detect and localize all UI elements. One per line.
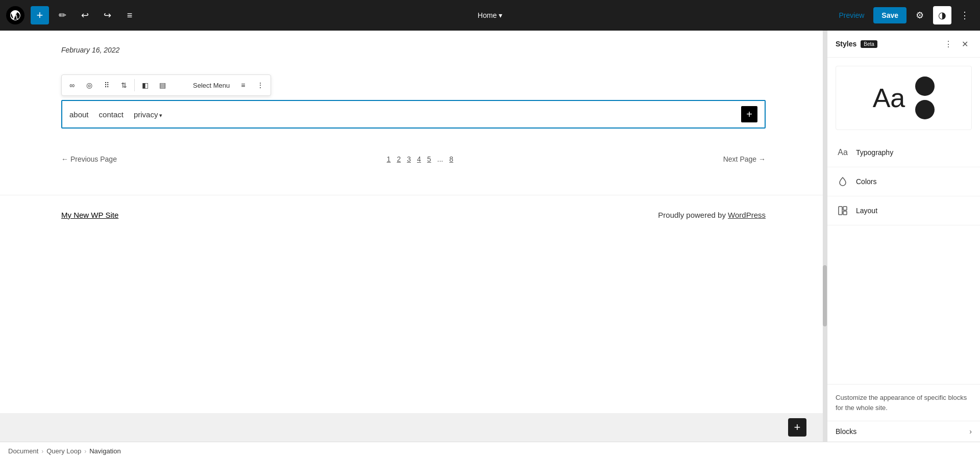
block-info-button[interactable]: ◎	[81, 77, 97, 93]
move-up-down-button[interactable]: ⇅	[116, 77, 132, 93]
post-date: February 16, 2022	[61, 46, 119, 54]
page-num-4[interactable]: 4	[415, 154, 423, 164]
layout-icon	[836, 203, 850, 218]
layout-option[interactable]: Layout	[827, 196, 980, 225]
chevron-right-icon: ›	[969, 427, 972, 436]
drag-handle[interactable]: ⠿	[99, 77, 115, 93]
top-toolbar: + ✏ ↩ ↪ ≡ Home ▾ Preview Save ⚙ ◑ ⋮	[0, 0, 980, 31]
wp-logo	[6, 6, 24, 24]
add-block-bottom-button[interactable]: +	[788, 418, 806, 437]
typography-label: Typography	[856, 148, 893, 157]
nav-links-list: about contact privacy	[69, 110, 163, 119]
breadcrumb-navigation: Navigation	[89, 447, 120, 455]
color-circle-2	[915, 100, 935, 119]
panel-description: Customize the appearance of specific blo…	[827, 384, 980, 421]
panel-header-actions: ⋮ ✕	[941, 37, 972, 51]
chevron-down-icon: ▾	[499, 11, 502, 19]
add-block-bottom: +	[0, 413, 827, 442]
toolbar-divider	[134, 79, 135, 91]
panel-title: Styles	[836, 40, 856, 48]
blocks-row[interactable]: Blocks ›	[827, 421, 980, 442]
canvas-scroll[interactable]: February 16, 2022 ∞ ◎ ⠿ ⇅ ◧ ▤ about	[0, 31, 827, 442]
canvas-area: February 16, 2022 ∞ ◎ ⠿ ⇅ ◧ ▤ about	[0, 31, 827, 442]
color-circle-1	[915, 76, 935, 96]
more-options-button[interactable]: ⋮	[955, 6, 974, 24]
nav-link-about[interactable]: about	[69, 110, 89, 119]
bottom-bar: Document › Query Loop › Navigation	[0, 442, 980, 460]
preview-button[interactable]: Preview	[834, 8, 870, 22]
save-button[interactable]: Save	[873, 7, 906, 23]
justify-center-button[interactable]: ▤	[154, 77, 170, 93]
svg-rect-1	[843, 207, 847, 210]
add-nav-item-button[interactable]: +	[741, 106, 757, 122]
panel-more-options[interactable]: ⋮	[941, 37, 955, 51]
layout-label: Layout	[856, 207, 877, 215]
page-numbers: 1 2 3 4 5 ... 8	[385, 154, 455, 164]
page-ellipsis: ...	[435, 154, 446, 164]
page-num-3[interactable]: 3	[405, 154, 413, 164]
scrollbar-thumb[interactable]	[823, 265, 827, 326]
nav-link-privacy[interactable]: privacy	[134, 110, 163, 119]
page-num-1[interactable]: 1	[385, 154, 393, 164]
page-num-2[interactable]: 2	[395, 154, 403, 164]
layout-grid-icon	[838, 206, 848, 216]
page-content: February 16, 2022 ∞ ◎ ⠿ ⇅ ◧ ▤ about	[0, 31, 827, 413]
next-page-link[interactable]: Next Page →	[723, 155, 766, 163]
nav-block-area: ∞ ◎ ⠿ ⇅ ◧ ▤ about Select Menu ≡ ⋮	[0, 64, 827, 139]
wp-logo-icon	[10, 10, 21, 21]
toolbar-center: Home ▾	[473, 8, 507, 22]
colors-label: Colors	[856, 177, 876, 186]
text-align-button[interactable]: ≡	[235, 77, 251, 93]
wordpress-link[interactable]: WordPress	[728, 211, 766, 219]
colors-icon	[836, 174, 850, 189]
styles-panel: Styles Beta ⋮ ✕ Aa Aa Typography	[827, 31, 980, 442]
block-more-options[interactable]: ⋮	[252, 77, 268, 93]
previous-page-link[interactable]: ← Previous Page	[61, 155, 117, 163]
add-block-button[interactable]: +	[31, 6, 49, 24]
page-num-8[interactable]: 8	[447, 154, 455, 164]
toolbar-right: Preview Save ⚙ ◑ ⋮	[834, 6, 974, 24]
canvas-scrollbar[interactable]	[823, 31, 827, 442]
svg-rect-2	[843, 211, 847, 215]
select-menu-button[interactable]: about	[172, 77, 188, 93]
drop-icon	[838, 176, 848, 187]
select-menu-dropdown[interactable]: Select Menu	[189, 80, 234, 91]
beta-badge: Beta	[861, 40, 877, 48]
typography-icon: Aa	[836, 145, 850, 160]
site-footer: My New WP Site Proudly powered by WordPr…	[0, 195, 827, 235]
pagination-area: ← Previous Page 1 2 3 4 5 ... 8 Next Pag…	[0, 144, 827, 174]
page-selector[interactable]: Home ▾	[473, 8, 507, 22]
footer-site-name[interactable]: My New WP Site	[61, 211, 118, 219]
navigation-block[interactable]: about contact privacy +	[61, 100, 766, 129]
nav-link-contact[interactable]: contact	[99, 110, 124, 119]
typography-option[interactable]: Aa Typography	[827, 138, 980, 167]
color-circles-preview	[915, 76, 935, 119]
justify-left-button[interactable]: ◧	[137, 77, 153, 93]
document-overview-button[interactable]: ≡	[120, 6, 139, 24]
undo-button[interactable]: ↩	[76, 6, 94, 24]
settings-button[interactable]: ⚙	[911, 6, 929, 24]
breadcrumb-document[interactable]: Document	[8, 447, 38, 455]
tools-button[interactable]: ✏	[53, 6, 71, 24]
breadcrumb-query-loop[interactable]: Query Loop	[46, 447, 81, 455]
blocks-label: Blocks	[836, 427, 856, 436]
page-selector-label: Home	[478, 11, 497, 19]
contrast-toggle-button[interactable]: ◑	[933, 6, 951, 24]
block-transform-button[interactable]: ∞	[64, 77, 80, 93]
svg-rect-0	[839, 207, 842, 215]
block-toolbar: ∞ ◎ ⠿ ⇅ ◧ ▤ about Select Menu ≡ ⋮	[61, 74, 271, 96]
colors-option[interactable]: Colors	[827, 167, 980, 196]
breadcrumb-sep-1: ›	[41, 448, 43, 455]
style-preview: Aa	[836, 66, 972, 130]
panel-close-button[interactable]: ✕	[958, 37, 972, 51]
main-layout: February 16, 2022 ∞ ◎ ⠿ ⇅ ◧ ▤ about	[0, 31, 980, 442]
typography-preview: Aa	[873, 85, 905, 111]
date-line: February 16, 2022	[0, 41, 827, 64]
breadcrumb-sep-2: ›	[84, 448, 86, 455]
footer-powered-text: Proudly powered by WordPress	[658, 211, 766, 219]
panel-header: Styles Beta ⋮ ✕	[827, 31, 980, 58]
page-num-5[interactable]: 5	[425, 154, 433, 164]
redo-button[interactable]: ↪	[98, 6, 116, 24]
